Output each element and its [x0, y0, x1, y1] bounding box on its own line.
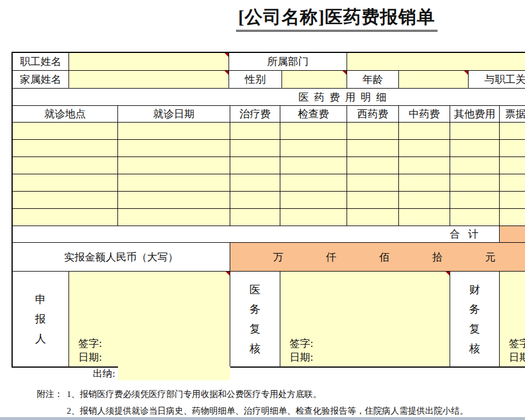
expense-cell[interactable]: [347, 192, 399, 208]
gender-input[interactable]: [282, 71, 347, 88]
signature-label: 签字:: [509, 337, 525, 350]
family-name-label: 家属姓名: [13, 71, 69, 88]
digit-wan: 万: [273, 250, 283, 264]
expense-row: [13, 192, 525, 209]
row-amount-words: 实报金额人民币（大写） 万 仟 佰 拾 元: [13, 243, 525, 272]
header-other-fee: 其他费用: [450, 106, 500, 122]
comment-marker-icon: [343, 71, 347, 75]
expense-cell[interactable]: [399, 123, 450, 139]
digit-yuan: 元: [485, 250, 496, 264]
applicant-signature-cell[interactable]: 签字: 日期:: [69, 272, 230, 366]
expense-cell[interactable]: [280, 157, 347, 174]
digit-shi: 拾: [432, 250, 443, 264]
header-chinese-medicine-fee: 中药费: [399, 106, 450, 122]
expense-cell[interactable]: [230, 192, 280, 208]
total-amount-cell[interactable]: [500, 226, 525, 242]
expense-row: [13, 174, 525, 192]
row-total: 合计: [13, 226, 525, 243]
expense-cell[interactable]: [118, 209, 230, 226]
cashier-label: 出纳:: [13, 367, 118, 380]
expense-cell[interactable]: [118, 192, 230, 208]
expense-cell[interactable]: [450, 140, 500, 156]
department-input[interactable]: [347, 53, 525, 70]
date-label: 日期:: [290, 350, 313, 364]
expense-cell[interactable]: [347, 157, 399, 174]
finance-review-role-label: 财务复核: [450, 272, 500, 366]
age-input[interactable]: [399, 71, 469, 88]
cashier-row: 出纳:: [13, 366, 230, 380]
header-visit-date: 就诊日期: [118, 106, 230, 122]
row-detail-headers: 就诊地点 就诊日期 治疗费 检查费 西药费 中药费 其他费用 票据张数: [13, 106, 525, 123]
employee-name-input[interactable]: [69, 53, 229, 70]
department-label: 所属部门: [229, 53, 347, 70]
applicant-role-label: 申报人: [13, 272, 69, 366]
amount-words-label: 实报金额人民币（大写）: [13, 243, 230, 271]
date-label: 日期:: [509, 350, 525, 364]
finance-review-signature-cell[interactable]: 签字: 日期:: [500, 272, 525, 366]
expense-cell[interactable]: [500, 140, 525, 156]
comment-marker-icon: [464, 71, 468, 75]
row-employee: 职工姓名 所属部门: [13, 53, 525, 71]
expense-cell[interactable]: [118, 174, 230, 191]
expense-cell[interactable]: [450, 192, 500, 208]
section-title: 医药费用明细: [13, 89, 525, 105]
expense-cell[interactable]: [13, 209, 118, 226]
header-exam-fee: 检查费: [280, 106, 347, 122]
expense-cell[interactable]: [230, 157, 280, 174]
row-section-title: 医药费用明细: [13, 89, 525, 106]
expense-cell[interactable]: [500, 209, 525, 226]
family-name-input[interactable]: [69, 71, 229, 88]
expense-cell[interactable]: [500, 123, 525, 139]
comment-marker-icon: [225, 71, 229, 75]
gender-label: 性别: [229, 71, 282, 88]
reimbursement-form-sheet: [公司名称]医药费报销单 职工姓名 所属部门 家属姓名 性别 年龄 与职工关系 …: [0, 0, 525, 420]
expense-cell[interactable]: [347, 174, 399, 191]
expense-cell[interactable]: [399, 209, 450, 226]
expense-cell[interactable]: [500, 174, 525, 191]
date-label: 日期:: [78, 350, 102, 364]
expense-cell[interactable]: [399, 192, 450, 208]
comment-marker-icon: [226, 272, 230, 276]
expense-cell[interactable]: [399, 157, 450, 174]
expense-cell[interactable]: [230, 209, 280, 226]
row-family: 家属姓名 性别 年龄 与职工关系: [13, 71, 525, 89]
medical-review-signature-cell[interactable]: 签字: 日期:: [280, 272, 450, 366]
age-label: 年龄: [347, 71, 399, 88]
expense-cell[interactable]: [500, 157, 525, 174]
expense-cell[interactable]: [500, 192, 525, 208]
expense-cell[interactable]: [230, 174, 280, 191]
expense-row: [13, 209, 525, 226]
expense-cell[interactable]: [347, 140, 399, 156]
expense-cell[interactable]: [118, 140, 230, 156]
expense-cell[interactable]: [13, 174, 118, 191]
expense-row: [13, 140, 525, 157]
expense-cell[interactable]: [118, 157, 230, 174]
note-item-2: 2、报销人须提供就诊当日病史、药物明细单、治疗明细单、检查化验报告等，住院病人需…: [67, 406, 469, 417]
signature-label: 签字:: [78, 337, 102, 350]
expense-cell[interactable]: [230, 123, 280, 139]
expense-cell[interactable]: [13, 140, 118, 156]
expense-cell[interactable]: [280, 209, 347, 226]
expense-cell[interactable]: [450, 209, 500, 226]
expense-cell[interactable]: [13, 192, 118, 208]
form-table: 职工姓名 所属部门 家属姓名 性别 年龄 与职工关系 医药费用明细 就诊地点 就…: [12, 52, 525, 368]
expense-cell[interactable]: [13, 157, 118, 174]
expense-cell[interactable]: [399, 174, 450, 191]
expense-cell[interactable]: [347, 209, 399, 226]
expense-cell[interactable]: [280, 192, 347, 208]
header-receipt-count: 票据张数: [500, 106, 525, 122]
amount-digits-band: 万 仟 佰 拾 元: [230, 243, 525, 271]
expense-cell[interactable]: [450, 123, 500, 139]
expense-cell[interactable]: [280, 123, 347, 139]
expense-cell[interactable]: [280, 174, 347, 191]
cashier-input[interactable]: [118, 366, 230, 380]
expense-cell[interactable]: [280, 140, 347, 156]
expense-cell[interactable]: [118, 123, 230, 139]
notes-label: 附注：: [37, 389, 67, 400]
expense-cell[interactable]: [450, 157, 500, 174]
expense-cell[interactable]: [13, 123, 118, 139]
expense-cell[interactable]: [230, 140, 280, 156]
expense-cell[interactable]: [450, 174, 500, 191]
expense-cell[interactable]: [347, 123, 399, 139]
expense-cell[interactable]: [399, 140, 450, 156]
